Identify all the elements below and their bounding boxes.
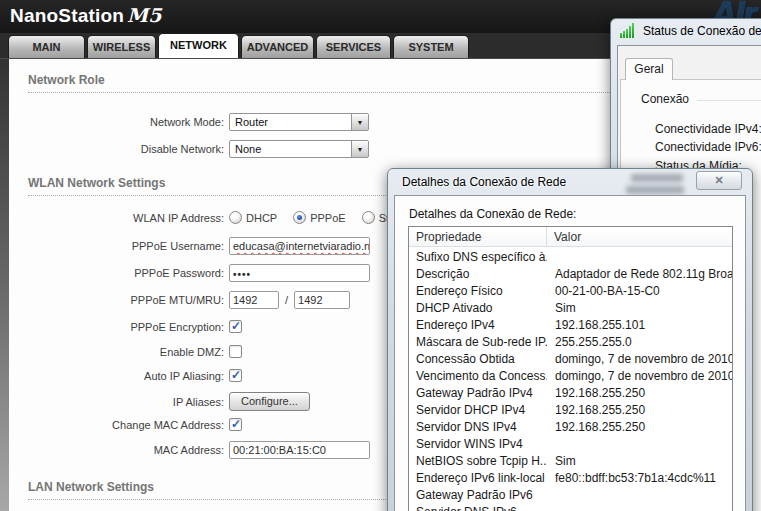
enable-dmz-checkbox[interactable] bbox=[229, 345, 242, 358]
table-row[interactable]: Servidor DHCP IPv4192.168.255.250 bbox=[409, 403, 732, 420]
radio-dhcp-label: DHCP bbox=[246, 212, 277, 224]
radio-dhcp[interactable]: DHCP bbox=[229, 211, 277, 224]
radio-static-control[interactable] bbox=[362, 211, 375, 224]
glass-blur-artifact bbox=[626, 186, 684, 194]
value-cell bbox=[547, 250, 732, 267]
auto-ip-aliasing-checkbox[interactable] bbox=[229, 369, 242, 382]
chevron-down-icon[interactable]: ▼ bbox=[351, 141, 368, 157]
table-row[interactable]: Servidor WINS IPv4 bbox=[409, 437, 732, 454]
property-cell: Servidor DNS IPv6 bbox=[409, 505, 547, 511]
table-row[interactable]: Gateway Padrão IPv6 bbox=[409, 488, 732, 505]
tab-network[interactable]: NETWORK bbox=[158, 33, 239, 58]
details-dialog-titlebar[interactable]: Detalhes da Conexão de Rede ✕ bbox=[388, 169, 752, 195]
property-cell: Gateway Padrão IPv6 bbox=[409, 488, 547, 505]
configure-button[interactable]: Configure... bbox=[229, 392, 310, 411]
connection-group-label: Conexão bbox=[641, 92, 697, 106]
value-cell: Sim bbox=[547, 454, 732, 471]
enable-dmz-row: Enable DMZ: bbox=[9, 345, 242, 358]
change-mac-row: Change MAC Address: bbox=[9, 418, 242, 431]
table-row[interactable]: NetBIOS sobre Tcpip H...Sim bbox=[409, 454, 732, 471]
mac-address-input[interactable]: 00:21:00:BA:15:C0 bbox=[229, 441, 370, 459]
table-row[interactable]: DescriçãoAdaptador de Rede 802.11g Broad… bbox=[409, 267, 732, 284]
status-dialog-titlebar[interactable]: Status de Conexão de Rede sem Fio bbox=[611, 19, 761, 45]
table-row[interactable]: Gateway Padrão IPv4192.168.255.250 bbox=[409, 386, 732, 403]
connection-groupbox: Conexão bbox=[641, 92, 761, 106]
value-cell bbox=[547, 437, 732, 454]
table-row[interactable]: Máscara de Sub-rede IP...255.255.255.0 bbox=[409, 335, 732, 352]
change-mac-label: Change MAC Address: bbox=[9, 419, 229, 431]
radio-pppoe-label: PPPoE bbox=[310, 212, 345, 224]
value-cell: 192.168.255.250 bbox=[547, 403, 732, 420]
wlan-ip-label: WLAN IP Address: bbox=[9, 212, 229, 224]
tab-wireless[interactable]: WIRELESS bbox=[87, 35, 156, 58]
property-cell: Servidor DHCP IPv4 bbox=[409, 403, 547, 420]
network-mode-label: Network Mode: bbox=[9, 116, 229, 128]
tab-main[interactable]: MAIN bbox=[8, 35, 85, 58]
details-listview[interactable]: Propriedade Valor Sufixo DNS específico … bbox=[408, 226, 733, 511]
value-cell: 192.168.255.101 bbox=[547, 318, 732, 335]
model-name: M5 bbox=[127, 4, 162, 26]
auto-ip-aliasing-row: Auto IP Aliasing: bbox=[9, 369, 242, 382]
ip-aliases-row: IP Aliases: Configure... bbox=[9, 392, 310, 411]
ip-aliases-label: IP Aliases: bbox=[9, 396, 229, 408]
change-mac-checkbox[interactable] bbox=[229, 418, 242, 431]
property-cell: Máscara de Sub-rede IP... bbox=[409, 335, 547, 352]
chevron-down-icon[interactable]: ▼ bbox=[351, 114, 368, 130]
mtu-mru-separator: / bbox=[285, 294, 288, 306]
close-button[interactable]: ✕ bbox=[696, 171, 742, 190]
radio-pppoe-control[interactable] bbox=[293, 211, 306, 224]
table-row[interactable]: Concessão Obtidadomingo, 7 de novembro d… bbox=[409, 352, 732, 369]
value-cell: 192.168.255.250 bbox=[547, 420, 732, 437]
disable-network-label: Disable Network: bbox=[9, 143, 229, 155]
screen: NanoStationM5 AIr MAIN WIRELESS NETWORK … bbox=[0, 0, 761, 511]
listview-header[interactable]: Propriedade Valor bbox=[409, 227, 732, 247]
value-cell: 255.255.255.0 bbox=[547, 335, 732, 352]
pppoe-password-label: PPPoE Password: bbox=[9, 267, 229, 279]
column-header-value[interactable]: Valor bbox=[547, 227, 581, 246]
details-dialog: Detalhes da Conexão de Rede ✕ Detalhes d… bbox=[387, 168, 753, 511]
table-row[interactable]: DHCP AtivadoSim bbox=[409, 301, 732, 318]
pppoe-username-value: educasa@internetviaradio.ne bbox=[233, 240, 370, 252]
table-row[interactable]: Servidor DNS IPv6 bbox=[409, 505, 732, 511]
ipv4-connectivity-label: Conectividade IPv4: bbox=[655, 122, 761, 136]
value-cell bbox=[547, 488, 732, 505]
tab-geral[interactable]: Geral bbox=[625, 58, 673, 80]
network-mode-value: Router bbox=[230, 114, 351, 130]
table-row[interactable]: Endereço IPv6 link-localfe80::bdff:bc53:… bbox=[409, 471, 732, 488]
details-intro-label: Detalhes da Conexão de Rede: bbox=[409, 207, 576, 221]
property-cell: Endereço Físico bbox=[409, 284, 547, 301]
table-row[interactable]: Sufixo DNS específico à... bbox=[409, 250, 732, 267]
table-row[interactable]: Endereço Físico00-21-00-BA-15-C0 bbox=[409, 284, 732, 301]
mac-address-label: MAC Address: bbox=[9, 444, 229, 456]
table-row[interactable]: Vencimento da Concess...domingo, 7 de no… bbox=[409, 369, 732, 386]
tab-services[interactable]: SERVICES bbox=[316, 35, 391, 58]
radio-dhcp-control[interactable] bbox=[229, 211, 242, 224]
table-row[interactable]: Servidor DNS IPv4192.168.255.250 bbox=[409, 420, 732, 437]
network-signal-icon bbox=[620, 23, 637, 38]
ipv6-connectivity-label: Conectividade IPv6: bbox=[655, 140, 761, 154]
pppoe-encryption-row: PPPoE Encryption: bbox=[9, 320, 242, 333]
brand-name: NanoStation bbox=[10, 5, 124, 26]
table-row[interactable]: Endereço IPv4192.168.255.101 bbox=[409, 318, 732, 335]
property-cell: DHCP Ativado bbox=[409, 301, 547, 318]
details-dialog-title: Detalhes da Conexão de Rede bbox=[402, 175, 566, 189]
value-cell: Sim bbox=[547, 301, 732, 318]
column-header-property[interactable]: Propriedade bbox=[409, 227, 547, 246]
property-cell: Servidor DNS IPv4 bbox=[409, 420, 547, 437]
radio-pppoe[interactable]: PPPoE bbox=[293, 211, 345, 224]
disable-network-select[interactable]: None ▼ bbox=[229, 140, 369, 158]
tab-advanced[interactable]: ADVANCED bbox=[241, 35, 314, 58]
pppoe-username-row: PPPoE Username: educasa@internetviaradio… bbox=[9, 237, 370, 255]
network-mode-select[interactable]: Router ▼ bbox=[229, 113, 369, 131]
tab-system[interactable]: SYSTEM bbox=[393, 35, 469, 58]
pppoe-username-input[interactable]: educasa@internetviaradio.ne bbox=[229, 237, 370, 255]
pppoe-mtu-input[interactable]: 1492 bbox=[229, 291, 279, 309]
details-dialog-body: Detalhes da Conexão de Rede: Propriedade… bbox=[394, 195, 746, 511]
pppoe-encryption-checkbox[interactable] bbox=[229, 320, 242, 333]
pppoe-mru-input[interactable]: 1492 bbox=[294, 291, 350, 309]
value-cell: Adaptador de Rede 802.11g Broadcom bbox=[547, 267, 732, 284]
device-logo: NanoStationM5 bbox=[10, 4, 162, 27]
pppoe-password-input[interactable]: •••• bbox=[229, 264, 370, 282]
property-cell: NetBIOS sobre Tcpip H... bbox=[409, 454, 547, 471]
property-cell: Sufixo DNS específico à... bbox=[409, 250, 547, 267]
